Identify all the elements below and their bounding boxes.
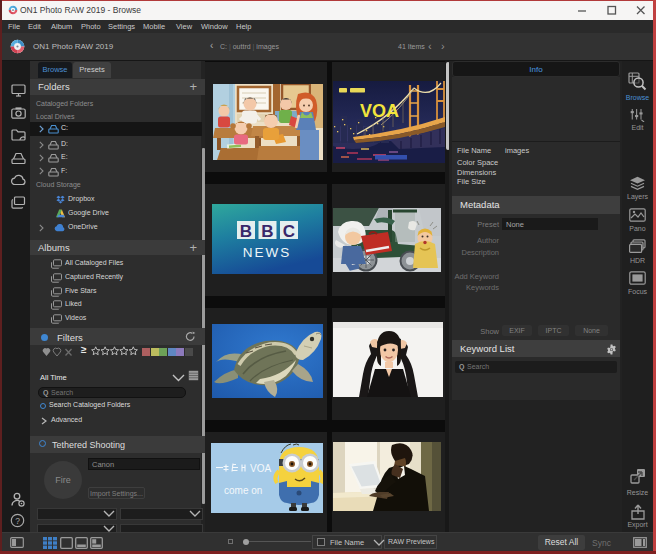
svg-text:B: B (240, 222, 252, 241)
svg-text:C: C (283, 222, 295, 241)
svg-text:NEWS: NEWS (243, 245, 292, 260)
svg-text:VOA: VOA (360, 101, 399, 121)
svg-text:VOA: VOA (250, 463, 271, 474)
svg-text:B: B (261, 222, 273, 241)
svg-text:come on: come on (224, 485, 262, 496)
svg-text:?: ? (15, 516, 20, 526)
